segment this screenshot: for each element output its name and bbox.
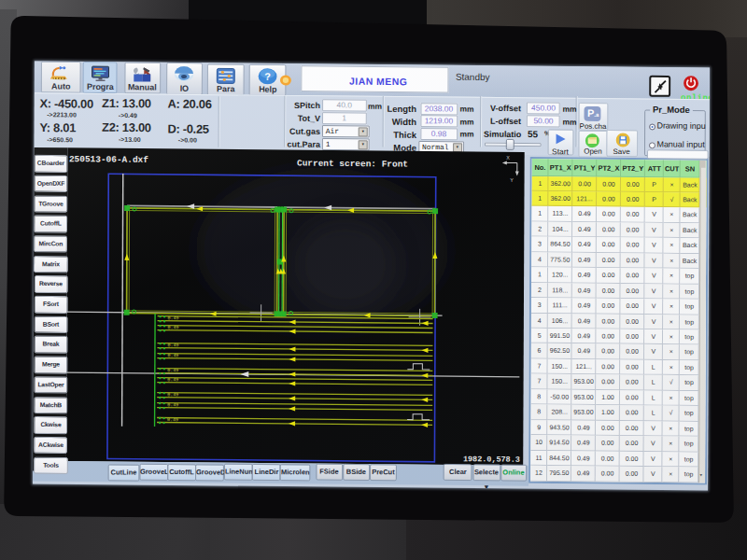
svg-text:?: ? bbox=[265, 71, 272, 82]
svg-text:Y: Y bbox=[510, 177, 514, 184]
svg-text:0.49: 0.49 bbox=[167, 315, 178, 320]
svg-text:0.49: 0.49 bbox=[167, 325, 178, 329]
svg-text:0.49: 0.49 bbox=[167, 417, 178, 422]
svg-text:0.49: 0.49 bbox=[167, 368, 178, 372]
svg-text:0.49: 0.49 bbox=[167, 402, 178, 407]
svg-text:0.49: 0.49 bbox=[167, 377, 178, 382]
svg-text:0.49: 0.49 bbox=[167, 353, 178, 357]
svg-text:X: X bbox=[506, 155, 510, 161]
svg-text:0.49: 0.49 bbox=[167, 343, 178, 347]
svg-text:0.49: 0.49 bbox=[167, 392, 178, 397]
